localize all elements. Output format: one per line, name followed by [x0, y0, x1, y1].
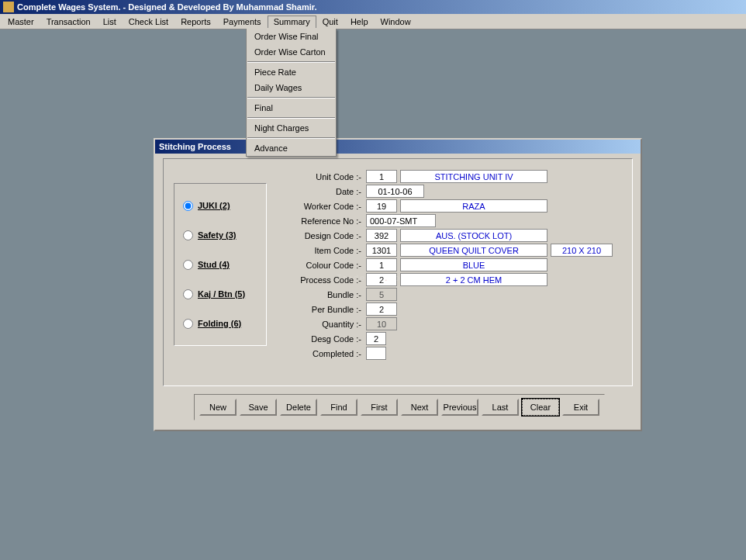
completed-label: Completed :-: [287, 349, 366, 358]
process-code-input[interactable]: [366, 273, 397, 286]
clear-button[interactable]: Clear: [522, 399, 559, 416]
next-button[interactable]: Next: [401, 399, 438, 416]
item-code-label: Item Code :-: [287, 246, 366, 255]
worker-name-display: [400, 199, 547, 213]
radio-group-border: [174, 183, 267, 346]
machine-radio-group: JUKI (2) Safety (3) Stud (4) Kaj / Btn (…: [174, 183, 282, 375]
menu-separator: [247, 61, 335, 63]
new-button[interactable]: New: [199, 399, 237, 416]
exit-button[interactable]: Exit: [562, 399, 599, 416]
design-name-display: [400, 229, 547, 242]
menu-reports[interactable]: Reports: [174, 16, 217, 28]
menu-piece-rate[interactable]: Piece Rate: [247, 64, 336, 80]
menubar: Master Transaction List Check List Repor…: [0, 14, 746, 29]
unit-code-label: Unit Code :-: [287, 172, 366, 181]
menu-advance[interactable]: Advance: [247, 140, 336, 156]
bundle-label: Bundle :-: [287, 290, 366, 299]
menu-master[interactable]: Master: [2, 16, 40, 28]
find-button[interactable]: Find: [320, 399, 357, 416]
child-titlebar: Stitching Process: [155, 140, 641, 154]
app-titlebar: Complete Wages System. - Designed & Deve…: [0, 0, 746, 14]
design-code-input[interactable]: [366, 229, 397, 242]
menu-list[interactable]: List: [97, 16, 123, 28]
delete-button[interactable]: Delete: [280, 399, 317, 416]
menu-night-charges[interactable]: Night Charges: [247, 120, 336, 136]
menu-payments[interactable]: Payments: [217, 16, 268, 28]
desg-code-input[interactable]: [366, 332, 386, 345]
menu-checklist[interactable]: Check List: [123, 16, 174, 28]
colour-code-label: Colour Code :-: [287, 261, 366, 270]
unit-code-input[interactable]: [366, 170, 397, 183]
quantity-label: Quantity :-: [287, 320, 366, 329]
completed-input[interactable]: [366, 347, 386, 360]
item-size-display: [551, 244, 613, 257]
app-icon: [3, 2, 14, 12]
reference-input[interactable]: [366, 214, 436, 227]
desg-code-label: Desg Code :-: [287, 334, 366, 344]
first-button[interactable]: First: [361, 399, 398, 416]
per-bundle-input[interactable]: [366, 302, 397, 316]
menu-separator: [247, 117, 335, 119]
unit-name-display: [400, 170, 547, 183]
child-title: Stitching Process: [159, 142, 231, 151]
button-bar: New Save Delete Find First Next Previous…: [194, 394, 605, 420]
menu-summary[interactable]: Summary: [268, 16, 316, 28]
menu-daily-wages[interactable]: Daily Wages: [247, 80, 336, 95]
menu-separator: [247, 137, 335, 139]
quantity-input[interactable]: [366, 317, 397, 330]
previous-button[interactable]: Previous: [441, 399, 478, 416]
app-title: Complete Wages System. - Designed & Deve…: [17, 2, 317, 12]
reference-label: Reference No :-: [287, 216, 366, 226]
menu-help[interactable]: Help: [344, 16, 375, 28]
process-name-display: [400, 273, 547, 286]
stitching-process-window: Stitching Process JUKI (2) Safety (3) St…: [154, 138, 642, 431]
worker-code-input[interactable]: [366, 199, 397, 213]
menu-order-wise-final[interactable]: Order Wise Final: [247, 29, 336, 44]
menu-final[interactable]: Final: [247, 100, 336, 116]
form-area: Unit Code :- Date :- Worker Code :- Refe…: [287, 169, 628, 361]
summary-dropdown: Order Wise Final Order Wise Carton Piece…: [246, 29, 337, 157]
worker-code-label: Worker Code :-: [287, 202, 366, 211]
design-code-label: Design Code :-: [287, 231, 366, 240]
last-button[interactable]: Last: [482, 399, 519, 416]
date-label: Date :-: [287, 187, 366, 196]
process-code-label: Process Code :-: [287, 275, 366, 285]
menu-window[interactable]: Window: [375, 16, 417, 28]
menu-order-wise-carton[interactable]: Order Wise Carton: [247, 44, 336, 60]
menu-transaction[interactable]: Transaction: [40, 16, 97, 28]
bundle-input[interactable]: [366, 288, 397, 301]
colour-code-input[interactable]: [366, 258, 397, 271]
colour-name-display: [400, 258, 547, 271]
date-input[interactable]: [366, 185, 424, 198]
item-name-display: [400, 244, 547, 257]
per-bundle-label: Per Bundle :-: [287, 305, 366, 314]
menu-quit[interactable]: Quit: [316, 16, 344, 28]
save-button[interactable]: Save: [240, 399, 277, 416]
item-code-input[interactable]: [366, 244, 397, 257]
menu-separator: [247, 97, 335, 99]
